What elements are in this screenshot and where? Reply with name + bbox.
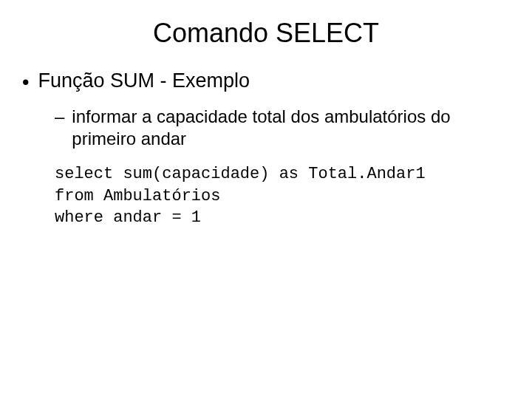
- code-line-3: where andar = 1: [55, 207, 510, 229]
- bullet-item: • Função SUM - Exemplo: [22, 69, 510, 95]
- sub-bullet-marker: –: [55, 106, 64, 128]
- sub-bullet-text: informar a capacidade total dos ambulató…: [72, 106, 510, 150]
- bullet-marker: •: [22, 69, 29, 95]
- code-line-1: select sum(capacidade) as Total.Andar1: [55, 163, 510, 185]
- slide-title: Comando SELECT: [22, 18, 510, 49]
- bullet-text: Função SUM - Exemplo: [38, 69, 250, 92]
- sql-code-block: select sum(capacidade) as Total.Andar1 f…: [55, 163, 510, 229]
- code-line-2: from Ambulatórios: [55, 185, 510, 208]
- sub-bullet-item: – informar a capacidade total dos ambula…: [55, 106, 510, 150]
